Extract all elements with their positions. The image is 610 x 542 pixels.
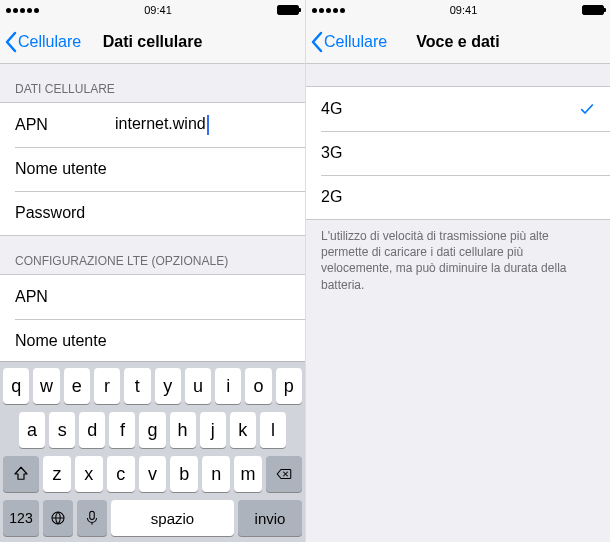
option-3g[interactable]: 3G bbox=[306, 131, 610, 175]
delete-key[interactable] bbox=[266, 456, 302, 492]
option-label: 3G bbox=[321, 144, 342, 162]
phone-left: 09:41 Cellulare Dati cellulare DATI CELL… bbox=[0, 0, 305, 542]
key-z[interactable]: z bbox=[43, 456, 71, 492]
key-s[interactable]: s bbox=[49, 412, 75, 448]
key-b[interactable]: b bbox=[170, 456, 198, 492]
cell-lte-username[interactable]: Nome utente bbox=[0, 319, 305, 361]
status-bar: 09:41 bbox=[306, 0, 610, 20]
space-key[interactable]: spazio bbox=[111, 500, 234, 536]
key-w[interactable]: w bbox=[33, 368, 59, 404]
keyboard-row-3: zxcvbnm bbox=[3, 456, 302, 492]
globe-key[interactable] bbox=[43, 500, 73, 536]
signal-dots-icon bbox=[6, 8, 39, 13]
back-label: Cellulare bbox=[18, 33, 81, 51]
keyboard: qwertyuiop asdfghjkl zxcvbnm 123 spazio … bbox=[0, 361, 305, 542]
shift-icon bbox=[12, 465, 30, 483]
section-header-dati: DATI CELLULARE bbox=[0, 64, 305, 102]
key-q[interactable]: q bbox=[3, 368, 29, 404]
keyboard-row-4: 123 spazio invio bbox=[3, 500, 302, 536]
mic-icon bbox=[83, 509, 101, 527]
key-j[interactable]: j bbox=[200, 412, 226, 448]
key-y[interactable]: y bbox=[155, 368, 181, 404]
key-l[interactable]: l bbox=[260, 412, 286, 448]
section-footer: L'utilizzo di velocità di trasmissione p… bbox=[306, 220, 610, 303]
nav-bar: Cellulare Voce e dati bbox=[306, 20, 610, 64]
key-u[interactable]: u bbox=[185, 368, 211, 404]
cell-username[interactable]: Nome utente bbox=[0, 147, 305, 191]
key-m[interactable]: m bbox=[234, 456, 262, 492]
battery-icon bbox=[277, 5, 299, 15]
section-header-lte: CONFIGURAZIONE LTE (OPZIONALE) bbox=[0, 236, 305, 274]
settings-scroll[interactable]: DATI CELLULARE APN internet.wind Nome ut… bbox=[0, 64, 305, 361]
key-r[interactable]: r bbox=[94, 368, 120, 404]
key-t[interactable]: t bbox=[124, 368, 150, 404]
globe-icon bbox=[49, 509, 67, 527]
key-p[interactable]: p bbox=[276, 368, 302, 404]
cell-password[interactable]: Password bbox=[0, 191, 305, 235]
key-h[interactable]: h bbox=[170, 412, 196, 448]
option-4g[interactable]: 4G bbox=[306, 87, 610, 131]
status-time: 09:41 bbox=[450, 4, 478, 16]
backspace-icon bbox=[275, 465, 293, 483]
chevron-left-icon bbox=[310, 31, 324, 53]
return-key[interactable]: invio bbox=[238, 500, 302, 536]
keyboard-row-2: asdfghjkl bbox=[3, 412, 302, 448]
key-k[interactable]: k bbox=[230, 412, 256, 448]
settings-scroll[interactable]: 4G3G2G L'utilizzo di velocità di trasmis… bbox=[306, 64, 610, 542]
key-v[interactable]: v bbox=[139, 456, 167, 492]
status-time: 09:41 bbox=[144, 4, 172, 16]
key-o[interactable]: o bbox=[245, 368, 271, 404]
key-i[interactable]: i bbox=[215, 368, 241, 404]
key-n[interactable]: n bbox=[202, 456, 230, 492]
username-label: Nome utente bbox=[15, 160, 115, 178]
section-lte-cells: APN Nome utente Password bbox=[0, 274, 305, 361]
signal-dots-icon bbox=[312, 8, 345, 13]
key-c[interactable]: c bbox=[107, 456, 135, 492]
status-bar: 09:41 bbox=[0, 0, 305, 20]
numbers-key[interactable]: 123 bbox=[3, 500, 39, 536]
key-x[interactable]: x bbox=[75, 456, 103, 492]
text-cursor bbox=[207, 115, 209, 135]
mic-key[interactable] bbox=[77, 500, 107, 536]
password-label: Password bbox=[15, 204, 115, 222]
option-label: 4G bbox=[321, 100, 342, 118]
section-dati-cells: APN internet.wind Nome utente Password bbox=[0, 102, 305, 236]
apn-label: APN bbox=[15, 116, 115, 134]
svg-rect-1 bbox=[90, 511, 95, 519]
checkmark-icon bbox=[579, 101, 595, 117]
phone-right: 09:41 Cellulare Voce e dati 4G3G2G L'uti… bbox=[305, 0, 610, 542]
cell-apn[interactable]: APN internet.wind bbox=[0, 103, 305, 147]
back-label: Cellulare bbox=[324, 33, 387, 51]
lte-username-label: Nome utente bbox=[15, 332, 115, 350]
nav-bar: Cellulare Dati cellulare bbox=[0, 20, 305, 64]
cell-lte-apn[interactable]: APN bbox=[0, 275, 305, 319]
key-d[interactable]: d bbox=[79, 412, 105, 448]
back-button[interactable]: Cellulare bbox=[0, 31, 81, 53]
chevron-left-icon bbox=[4, 31, 18, 53]
option-label: 2G bbox=[321, 188, 342, 206]
key-e[interactable]: e bbox=[64, 368, 90, 404]
options-cells: 4G3G2G bbox=[306, 86, 610, 220]
back-button[interactable]: Cellulare bbox=[306, 31, 387, 53]
key-f[interactable]: f bbox=[109, 412, 135, 448]
option-2g[interactable]: 2G bbox=[306, 175, 610, 219]
key-a[interactable]: a bbox=[19, 412, 45, 448]
keyboard-row-1: qwertyuiop bbox=[3, 368, 302, 404]
apn-input[interactable]: internet.wind bbox=[115, 115, 290, 135]
battery-icon bbox=[582, 5, 604, 15]
key-g[interactable]: g bbox=[139, 412, 165, 448]
shift-key[interactable] bbox=[3, 456, 39, 492]
lte-apn-label: APN bbox=[15, 288, 115, 306]
